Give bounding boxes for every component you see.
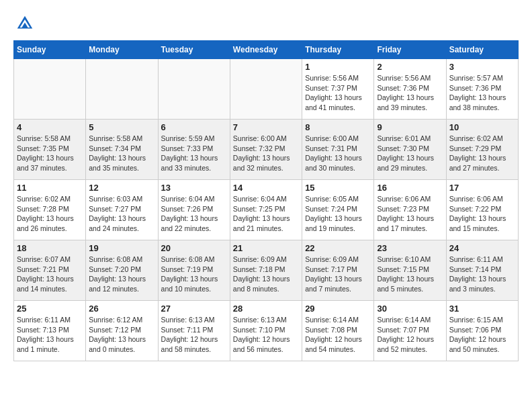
calendar-cell: 15Sunrise: 6:05 AMSunset: 7:24 PMDayligh… [302,180,374,240]
calendar-cell: 7Sunrise: 6:00 AMSunset: 7:32 PMDaylight… [230,120,302,180]
calendar-cell [14,59,86,120]
calendar-cell: 4Sunrise: 5:58 AMSunset: 7:35 PMDaylight… [14,120,86,180]
day-info: Sunrise: 6:09 AMSunset: 7:18 PMDaylight:… [233,255,299,294]
calendar-cell: 14Sunrise: 6:04 AMSunset: 7:25 PMDayligh… [230,180,302,240]
day-info: Sunrise: 5:56 AMSunset: 7:37 PMDaylight:… [305,73,371,113]
calendar-cell: 27Sunrise: 6:13 AMSunset: 7:11 PMDayligh… [158,301,230,361]
calendar-cell: 31Sunrise: 6:15 AMSunset: 7:06 PMDayligh… [446,301,518,361]
day-info: Sunrise: 6:01 AMSunset: 7:30 PMDaylight:… [377,134,443,173]
day-number: 1 [305,62,371,72]
weekday-header: Monday [86,41,158,59]
day-info: Sunrise: 6:02 AMSunset: 7:29 PMDaylight:… [449,134,515,173]
day-number: 25 [17,304,83,314]
calendar-cell: 11Sunrise: 6:02 AMSunset: 7:28 PMDayligh… [14,180,86,240]
day-info: Sunrise: 6:12 AMSunset: 7:12 PMDaylight:… [89,315,154,355]
day-number: 19 [89,243,154,253]
day-number: 29 [305,304,371,314]
day-number: 22 [305,243,371,253]
day-number: 4 [17,122,83,132]
calendar-week-row: 1Sunrise: 5:56 AMSunset: 7:37 PMDaylight… [14,59,519,120]
calendar-cell: 2Sunrise: 5:56 AMSunset: 7:36 PMDaylight… [374,59,446,120]
logo [13,13,35,34]
day-info: Sunrise: 6:11 AMSunset: 7:13 PMDaylight:… [17,315,83,355]
day-info: Sunrise: 6:00 AMSunset: 7:31 PMDaylight:… [305,134,371,173]
day-number: 10 [449,122,515,132]
day-number: 16 [377,183,443,193]
calendar-cell: 6Sunrise: 5:59 AMSunset: 7:33 PMDaylight… [158,120,230,180]
day-info: Sunrise: 6:08 AMSunset: 7:19 PMDaylight:… [161,255,227,294]
page-header [13,13,519,34]
calendar-cell: 23Sunrise: 6:10 AMSunset: 7:15 PMDayligh… [374,240,446,301]
calendar-cell: 24Sunrise: 6:11 AMSunset: 7:14 PMDayligh… [446,240,518,301]
calendar-cell: 1Sunrise: 5:56 AMSunset: 7:37 PMDaylight… [302,59,374,120]
day-number: 14 [233,183,299,193]
day-number: 27 [161,304,227,314]
day-number: 8 [305,122,371,132]
day-number: 18 [17,243,83,253]
weekday-header: Sunday [14,41,86,59]
day-info: Sunrise: 6:10 AMSunset: 7:15 PMDaylight:… [377,255,443,294]
calendar-week-row: 4Sunrise: 5:58 AMSunset: 7:35 PMDaylight… [14,120,519,180]
day-info: Sunrise: 6:02 AMSunset: 7:28 PMDaylight:… [17,194,83,234]
calendar-cell: 18Sunrise: 6:07 AMSunset: 7:21 PMDayligh… [14,240,86,301]
day-info: Sunrise: 6:04 AMSunset: 7:26 PMDaylight:… [161,194,227,234]
day-info: Sunrise: 6:11 AMSunset: 7:14 PMDaylight:… [449,255,515,294]
calendar-cell: 29Sunrise: 6:14 AMSunset: 7:08 PMDayligh… [302,301,374,361]
weekday-header: Friday [374,41,446,59]
calendar-week-row: 25Sunrise: 6:11 AMSunset: 7:13 PMDayligh… [14,301,519,361]
calendar-cell: 10Sunrise: 6:02 AMSunset: 7:29 PMDayligh… [446,120,518,180]
calendar-cell: 22Sunrise: 6:09 AMSunset: 7:17 PMDayligh… [302,240,374,301]
day-info: Sunrise: 6:13 AMSunset: 7:11 PMDaylight:… [161,315,227,355]
calendar-cell: 9Sunrise: 6:01 AMSunset: 7:30 PMDaylight… [374,120,446,180]
calendar-cell: 26Sunrise: 6:12 AMSunset: 7:12 PMDayligh… [86,301,158,361]
day-number: 3 [449,62,515,72]
calendar-cell: 3Sunrise: 5:57 AMSunset: 7:36 PMDaylight… [446,59,518,120]
calendar-week-row: 18Sunrise: 6:07 AMSunset: 7:21 PMDayligh… [14,240,519,301]
calendar-cell: 16Sunrise: 6:06 AMSunset: 7:23 PMDayligh… [374,180,446,240]
calendar-cell: 8Sunrise: 6:00 AMSunset: 7:31 PMDaylight… [302,120,374,180]
day-info: Sunrise: 6:13 AMSunset: 7:10 PMDaylight:… [233,315,299,355]
calendar-cell: 30Sunrise: 6:14 AMSunset: 7:07 PMDayligh… [374,301,446,361]
calendar-cell: 25Sunrise: 6:11 AMSunset: 7:13 PMDayligh… [14,301,86,361]
day-info: Sunrise: 5:58 AMSunset: 7:35 PMDaylight:… [17,134,83,173]
day-info: Sunrise: 5:59 AMSunset: 7:33 PMDaylight:… [161,134,227,173]
day-number: 24 [449,243,515,253]
day-number: 17 [449,183,515,193]
day-info: Sunrise: 5:57 AMSunset: 7:36 PMDaylight:… [449,73,515,113]
calendar-week-row: 11Sunrise: 6:02 AMSunset: 7:28 PMDayligh… [14,180,519,240]
day-info: Sunrise: 6:14 AMSunset: 7:07 PMDaylight:… [377,315,443,355]
calendar-cell: 21Sunrise: 6:09 AMSunset: 7:18 PMDayligh… [230,240,302,301]
calendar-cell: 13Sunrise: 6:04 AMSunset: 7:26 PMDayligh… [158,180,230,240]
day-info: Sunrise: 6:03 AMSunset: 7:27 PMDaylight:… [89,194,154,234]
day-info: Sunrise: 6:06 AMSunset: 7:22 PMDaylight:… [449,194,515,234]
weekday-header: Tuesday [158,41,230,59]
calendar-cell [86,59,158,120]
day-number: 6 [161,122,227,132]
day-info: Sunrise: 6:09 AMSunset: 7:17 PMDaylight:… [305,255,371,294]
day-number: 12 [89,183,154,193]
weekday-header: Thursday [302,41,374,59]
day-info: Sunrise: 6:04 AMSunset: 7:25 PMDaylight:… [233,194,299,234]
calendar-table: SundayMondayTuesdayWednesdayThursdayFrid… [13,40,519,361]
day-number: 9 [377,122,443,132]
weekday-header: Wednesday [230,41,302,59]
day-info: Sunrise: 6:14 AMSunset: 7:08 PMDaylight:… [305,315,371,355]
calendar-cell [230,59,302,120]
day-info: Sunrise: 5:56 AMSunset: 7:36 PMDaylight:… [377,73,443,113]
day-info: Sunrise: 6:05 AMSunset: 7:24 PMDaylight:… [305,194,371,234]
calendar-cell: 19Sunrise: 6:08 AMSunset: 7:20 PMDayligh… [86,240,158,301]
day-number: 30 [377,304,443,314]
day-info: Sunrise: 6:08 AMSunset: 7:20 PMDaylight:… [89,255,154,294]
calendar-cell: 5Sunrise: 5:58 AMSunset: 7:34 PMDaylight… [86,120,158,180]
calendar-cell: 17Sunrise: 6:06 AMSunset: 7:22 PMDayligh… [446,180,518,240]
day-info: Sunrise: 6:07 AMSunset: 7:21 PMDaylight:… [17,255,83,294]
day-number: 2 [377,62,443,72]
calendar-cell [158,59,230,120]
day-number: 28 [233,304,299,314]
day-number: 13 [161,183,227,193]
calendar-header-row: SundayMondayTuesdayWednesdayThursdayFrid… [14,41,519,59]
day-number: 26 [89,304,154,314]
day-info: Sunrise: 6:06 AMSunset: 7:23 PMDaylight:… [377,194,443,234]
day-number: 5 [89,122,154,132]
weekday-header: Saturday [446,41,518,59]
